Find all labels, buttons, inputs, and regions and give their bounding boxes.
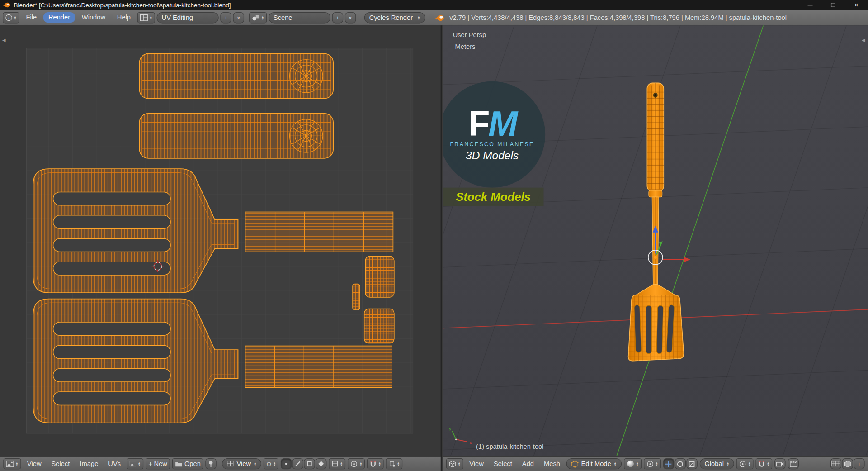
pin-icon xyxy=(208,460,214,467)
menu-help[interactable]: Help xyxy=(112,12,136,23)
clapper-icon xyxy=(790,461,797,466)
uv-island-cap-1[interactable] xyxy=(365,256,394,297)
editor-type-info-button[interactable]: i ▲▼ xyxy=(3,12,19,23)
uv-editor-view[interactable] xyxy=(0,25,441,456)
proportional-edit-button[interactable]: ▲▼ xyxy=(736,458,754,469)
uv-menu-view[interactable]: View xyxy=(23,459,45,469)
manipulator-rotate-button[interactable] xyxy=(675,458,685,469)
watermark-name: FRANCESCO MILANESE xyxy=(450,141,534,147)
watermark-banner: Stock Models xyxy=(443,188,544,206)
region-collapse-arrow-icon[interactable]: ◀ xyxy=(2,38,6,43)
view3d-menu-add[interactable]: Add xyxy=(518,459,538,469)
watermark-banner-text: Stock Models xyxy=(456,190,531,203)
screen-layout-icon xyxy=(140,14,148,21)
delete-scene-button[interactable]: × xyxy=(345,12,356,23)
mode-select[interactable]: Edit Mode ▲▼ xyxy=(566,458,621,469)
snap-magnet-button[interactable]: ▲▼ xyxy=(367,458,384,469)
uv-display-mode-select[interactable]: View ▲▼ xyxy=(222,458,262,469)
render-opengl-anim-button[interactable] xyxy=(788,458,799,469)
render-engine-select[interactable]: Cycles Render ▲▼ xyxy=(364,12,425,23)
add-layout-button[interactable]: + xyxy=(220,12,231,23)
render-opengl-button[interactable] xyxy=(774,458,785,469)
region-add-button[interactable]: + xyxy=(854,458,864,469)
editor-type-button[interactable]: ▲▼ xyxy=(3,458,21,469)
uv-island-sliver[interactable] xyxy=(353,284,360,310)
blender-app-icon xyxy=(3,2,10,9)
image-icon xyxy=(130,461,137,466)
proportional-edit-icon xyxy=(739,460,746,467)
uv-sticky-select-button[interactable]: ▲▼ xyxy=(329,458,346,469)
view3d-menu-select[interactable]: Select xyxy=(490,459,516,469)
info-header: i ▲▼ File Render Window Help ▲▼ UV Editi… xyxy=(0,10,868,25)
updown-arrows-icon: ▲▼ xyxy=(359,461,362,466)
layers-grid-button[interactable] xyxy=(830,458,841,469)
maximize-button[interactable] xyxy=(821,0,844,10)
sync-select-icon: ⊙ xyxy=(266,460,271,467)
occlude-geometry-button[interactable] xyxy=(842,458,853,469)
blender-logo-icon xyxy=(434,14,444,21)
uv-sync-select-button[interactable]: ⊙ ▲▼ xyxy=(264,458,278,469)
svg-text:x: x xyxy=(469,440,472,445)
uv-select-edge-button[interactable] xyxy=(292,458,303,469)
updown-arrows-icon: ▲▼ xyxy=(614,461,617,466)
plus-icon: + xyxy=(148,460,152,468)
updown-arrows-icon: ▲▼ xyxy=(15,461,18,466)
folder-icon xyxy=(175,461,183,466)
uv-canvas[interactable]: ◀ xyxy=(0,25,441,456)
view3d-menu-mesh[interactable]: Mesh xyxy=(540,459,564,469)
updown-arrows-icon: ▲▼ xyxy=(261,15,264,20)
screen-layout-browse-button[interactable]: ▲▼ xyxy=(137,12,155,23)
proportional-edit-button[interactable]: ▲▼ xyxy=(348,458,365,469)
region-collapse-arrow-icon[interactable]: ◀ xyxy=(862,38,865,43)
uv-select-island-button[interactable] xyxy=(316,458,326,469)
viewport-3d-canvas[interactable]: ◀ xyxy=(443,25,868,456)
uv-select-vertex-button[interactable] xyxy=(281,458,292,469)
rotate-manipulator-icon xyxy=(677,460,684,467)
uv-menu-select[interactable]: Select xyxy=(47,459,74,469)
pin-image-button[interactable] xyxy=(206,458,217,469)
scene-browse-button[interactable]: ▲▼ xyxy=(249,12,267,23)
minimize-button[interactable] xyxy=(798,0,821,10)
uv-island-handle-strip-1[interactable] xyxy=(140,54,334,99)
snap-magnet-button[interactable]: ▲▼ xyxy=(756,458,773,469)
uv-island-neck-strip-1[interactable] xyxy=(245,212,393,252)
gizmo-x-arrowhead[interactable] xyxy=(684,257,690,262)
watermark-initial-m: M xyxy=(488,103,516,143)
translate-manipulator-icon xyxy=(665,460,672,467)
editor-type-button[interactable]: ▲▼ xyxy=(446,458,463,469)
new-image-button[interactable]: + New xyxy=(146,458,170,469)
view3d-menu-view[interactable]: View xyxy=(466,459,488,469)
orientation-select[interactable]: Global ▲▼ xyxy=(699,458,734,469)
screen-layout-field[interactable]: UV Editing xyxy=(157,12,219,23)
updown-arrows-icon: ▲▼ xyxy=(417,15,420,20)
uv-island-handle-strip-2[interactable] xyxy=(140,114,334,158)
image-browse-button[interactable]: ▲▼ xyxy=(127,458,144,469)
display-mode-icon xyxy=(227,461,234,466)
viewport-axis-gizmo: x y xyxy=(449,426,472,446)
menu-file[interactable]: File xyxy=(21,12,42,23)
spatula-mesh[interactable] xyxy=(628,83,684,361)
snap-element-button[interactable]: ▲▼ xyxy=(386,458,403,469)
open-image-button[interactable]: Open xyxy=(172,458,203,469)
viewport-shading-button[interactable]: ▲▼ xyxy=(624,458,642,469)
gizmo-y-arrowhead[interactable] xyxy=(659,241,663,246)
delete-layout-button[interactable]: × xyxy=(233,12,244,23)
manipulator-translate-button[interactable] xyxy=(663,458,674,469)
menu-window[interactable]: Window xyxy=(77,12,110,23)
add-scene-button[interactable]: + xyxy=(332,12,343,23)
close-button[interactable]: × xyxy=(845,0,868,10)
menu-render[interactable]: Render xyxy=(43,12,75,23)
updown-arrows-icon: ▲▼ xyxy=(636,461,639,466)
scene-field[interactable]: Scene xyxy=(269,12,330,23)
uv-island-neck-strip-2[interactable] xyxy=(245,346,392,388)
uv-select-face-button[interactable] xyxy=(304,458,315,469)
pivot-point-button[interactable]: ▲▼ xyxy=(644,458,661,469)
uv-menu-uvs[interactable]: UVs xyxy=(104,459,125,469)
island-select-icon xyxy=(318,461,325,467)
uv-island-cap-2[interactable] xyxy=(364,309,394,343)
manipulator-scale-button[interactable] xyxy=(686,458,697,469)
uv-menu-image[interactable]: Image xyxy=(76,459,102,469)
proportional-edit-icon xyxy=(351,460,358,467)
sticky-select-icon xyxy=(332,461,339,467)
occlude-icon xyxy=(844,460,851,467)
